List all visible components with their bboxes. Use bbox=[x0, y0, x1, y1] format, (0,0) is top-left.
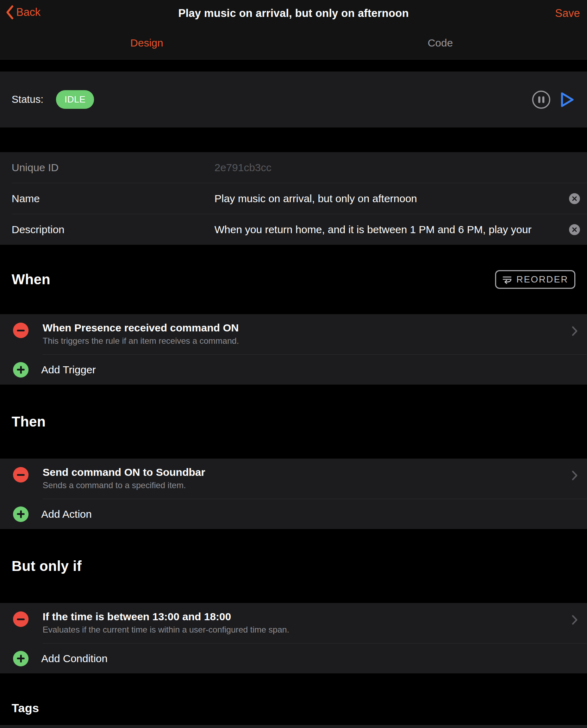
clear-name-button[interactable] bbox=[569, 193, 580, 204]
navbar: Back Play music on arrival, but only on … bbox=[0, 0, 587, 60]
remove-trigger-button[interactable] bbox=[13, 323, 29, 338]
when-heading: When bbox=[12, 272, 50, 287]
form-row-name: Name Play music on arrival, but only on … bbox=[0, 183, 587, 214]
but-only-if-heading: But only if bbox=[12, 558, 82, 574]
condition-subtitle: Evaluates if the current time is within … bbox=[43, 624, 566, 635]
minus-icon bbox=[17, 474, 25, 476]
unique-id-value: 2e791cb3cc bbox=[214, 162, 587, 174]
status-badge: IDLE bbox=[56, 90, 94, 109]
tags-section-header: Tags bbox=[0, 673, 587, 725]
add-trigger-label: Add Trigger bbox=[41, 364, 96, 376]
trigger-subtitle: This triggers the rule if an item receiv… bbox=[43, 335, 566, 346]
reorder-label: REORDER bbox=[516, 274, 568, 285]
then-heading: Then bbox=[12, 414, 46, 430]
action-row[interactable]: Send command ON to Soundbar Sends a comm… bbox=[0, 459, 587, 499]
page-title: Play music on arrival, but only on after… bbox=[0, 0, 587, 27]
add-condition-row[interactable]: Add Condition bbox=[0, 643, 587, 673]
description-input[interactable]: When you return home, and it is between … bbox=[214, 224, 587, 236]
form-row-description: Description When you return home, and it… bbox=[0, 214, 587, 245]
tags-panel-edge bbox=[0, 725, 587, 728]
when-section-header: When REORDER bbox=[0, 245, 587, 314]
name-input[interactable]: Play music on arrival, but only on after… bbox=[214, 193, 587, 205]
status-panel: Status: IDLE bbox=[0, 71, 587, 127]
pause-button[interactable] bbox=[532, 90, 551, 109]
reorder-button[interactable]: REORDER bbox=[495, 270, 575, 289]
plus-icon bbox=[13, 651, 29, 666]
save-button[interactable]: Save bbox=[555, 5, 580, 22]
minus-icon bbox=[17, 330, 25, 331]
action-title: Send command ON to Soundbar bbox=[43, 466, 566, 479]
play-icon bbox=[558, 90, 575, 109]
status-actions bbox=[532, 90, 575, 109]
add-action-label: Add Action bbox=[41, 508, 92, 520]
remove-condition-button[interactable] bbox=[13, 611, 29, 627]
tab-design[interactable]: Design bbox=[0, 27, 294, 59]
plus-icon bbox=[13, 362, 29, 378]
name-label: Name bbox=[12, 193, 214, 205]
clear-description-button[interactable] bbox=[569, 224, 580, 235]
then-section-header: Then bbox=[0, 385, 587, 459]
conditions-panel: If the time is between 13:00 and 18:00 E… bbox=[0, 603, 587, 673]
tags-heading: Tags bbox=[12, 701, 39, 715]
condition-row[interactable]: If the time is between 13:00 and 18:00 E… bbox=[0, 603, 587, 643]
condition-title: If the time is between 13:00 and 18:00 bbox=[43, 610, 566, 623]
clear-x-icon bbox=[572, 196, 577, 201]
trigger-row[interactable]: When Presence received command ON This t… bbox=[0, 314, 587, 354]
plus-icon bbox=[13, 506, 29, 522]
chevron-right-icon bbox=[572, 470, 578, 481]
add-action-row[interactable]: Add Action bbox=[0, 499, 587, 529]
add-condition-label: Add Condition bbox=[41, 653, 107, 665]
tab-bar: Design Code bbox=[0, 27, 587, 59]
chevron-right-icon bbox=[572, 326, 578, 336]
tab-code[interactable]: Code bbox=[294, 27, 587, 59]
status-label: Status: bbox=[12, 94, 43, 105]
clear-x-icon bbox=[572, 227, 577, 232]
rule-editor-screen: Back Play music on arrival, but only on … bbox=[0, 0, 587, 728]
remove-action-button[interactable] bbox=[13, 467, 29, 483]
unique-id-label: Unique ID bbox=[12, 162, 214, 174]
actions-panel: Send command ON to Soundbar Sends a comm… bbox=[0, 459, 587, 529]
chevron-right-icon bbox=[572, 615, 578, 625]
trigger-title: When Presence received command ON bbox=[43, 321, 566, 334]
run-button[interactable] bbox=[558, 90, 575, 109]
rule-form-panel: Unique ID 2e791cb3cc Name Play music on … bbox=[0, 152, 587, 245]
nav-top-row: Back Play music on arrival, but only on … bbox=[0, 0, 587, 27]
triggers-panel: When Presence received command ON This t… bbox=[0, 314, 587, 385]
add-trigger-row[interactable]: Add Trigger bbox=[0, 355, 587, 385]
description-label: Description bbox=[12, 224, 214, 236]
form-row-unique-id: Unique ID 2e791cb3cc bbox=[0, 152, 587, 183]
condition-section-header: But only if bbox=[0, 529, 587, 603]
minus-icon bbox=[17, 618, 25, 620]
pause-icon bbox=[532, 90, 551, 109]
reorder-icon bbox=[502, 275, 512, 284]
action-subtitle: Sends a command to a specified item. bbox=[43, 480, 566, 491]
